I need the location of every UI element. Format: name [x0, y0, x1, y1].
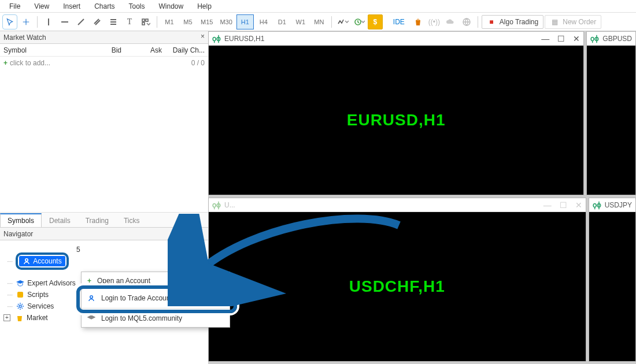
new-order-button[interactable]: ▦New Order: [545, 15, 601, 29]
equidistant-channel-icon[interactable]: [90, 14, 105, 29]
tf-h4[interactable]: H4: [255, 14, 272, 29]
horizontal-line-icon[interactable]: [57, 14, 72, 29]
toolbar-separator: [157, 16, 157, 28]
chart-canvas[interactable]: [589, 212, 635, 361]
minimize-icon[interactable]: —: [541, 34, 549, 43]
graduation-cap-icon: [87, 314, 95, 322]
menu-insert[interactable]: Insert: [56, 1, 87, 12]
tree-connector: ····: [7, 291, 12, 299]
nav-market-label: Market: [27, 314, 48, 322]
charts-bottom-row: ϙɸ U... — ☐ ✕ USDCHF,H1 ϙɸ USDJPY: [208, 198, 636, 362]
svg-point-5: [25, 259, 28, 261]
tree-connector: ····: [7, 257, 12, 265]
toolbar-separator: [37, 16, 38, 28]
trendline-icon[interactable]: [73, 14, 88, 29]
chart-canvas[interactable]: [587, 46, 635, 195]
algo-trading-button[interactable]: ■Algo Trading: [482, 15, 543, 29]
shopping-bag-icon[interactable]: [411, 14, 426, 29]
chart-symbol-label: EURUSD,H1: [347, 111, 446, 129]
tab-symbols[interactable]: Symbols: [0, 213, 42, 227]
chart-titlebar[interactable]: ϙɸ EURUSD,H1 — ☐ ✕: [209, 32, 583, 46]
market-watch-tabs: Symbols Details Trading Ticks: [0, 212, 208, 227]
nav-services-label: Services: [27, 302, 54, 310]
nav-accounts-label: Accounts: [33, 257, 61, 265]
crosshair-tool-icon[interactable]: [19, 14, 34, 29]
svg-rect-2: [142, 23, 145, 25]
navigator-title: Navigator: [3, 230, 33, 238]
signals-icon[interactable]: ((•)): [427, 14, 442, 29]
tf-mn[interactable]: MN: [310, 14, 328, 29]
chart-window-usdjpy[interactable]: ϙɸ USDJPY: [589, 198, 636, 362]
nav-accounts-row[interactable]: ···· Accounts: [2, 255, 206, 267]
close-icon[interactable]: ✕: [575, 200, 582, 210]
col-ask[interactable]: Ask: [121, 46, 162, 54]
globe-icon[interactable]: [459, 14, 474, 29]
stop-icon: ■: [487, 17, 496, 27]
chart-canvas[interactable]: USDCHF,H1: [209, 212, 586, 361]
ctx-shortcut: Insert: [206, 277, 224, 285]
shopping-bag-icon: [15, 313, 24, 322]
fibonacci-icon[interactable]: [106, 14, 121, 29]
col-bid[interactable]: Bid: [81, 46, 121, 54]
menu-tools[interactable]: Tools: [122, 1, 152, 12]
tf-d1[interactable]: D1: [273, 14, 291, 29]
toolbar-separator: [331, 16, 332, 28]
maximize-icon[interactable]: ☐: [560, 200, 567, 210]
trading-dollar-icon[interactable]: $: [368, 14, 383, 29]
tab-ticks[interactable]: Ticks: [116, 214, 147, 227]
chart-type-dropdown-icon[interactable]: [335, 14, 350, 29]
chart-titlebar[interactable]: ϙɸ U... — ☐ ✕: [209, 198, 586, 212]
ctx-login-mql5-label: Login to MQL5.community: [101, 314, 182, 322]
market-watch-add-row[interactable]: + click to add... 0 / 0: [0, 57, 208, 69]
close-icon[interactable]: ×: [201, 32, 205, 40]
ctx-login-trade-label: Login to Trade Account: [101, 294, 172, 302]
tab-trading[interactable]: Trading: [78, 214, 116, 227]
tf-m5[interactable]: M5: [179, 14, 197, 29]
svg-rect-0: [142, 19, 145, 21]
close-icon[interactable]: ✕: [573, 34, 580, 43]
person-icon: [23, 257, 31, 265]
menu-charts[interactable]: Charts: [87, 1, 121, 12]
chart-titlebar[interactable]: ϙɸ GBPUSD: [587, 32, 635, 46]
chart-window-gbpusd[interactable]: ϙɸ GBPUSD: [586, 31, 636, 195]
svg-rect-1: [146, 19, 148, 21]
chart-window-usdchf[interactable]: ϙɸ U... — ☐ ✕ USDCHF,H1: [208, 198, 586, 362]
tf-m30[interactable]: M30: [217, 14, 235, 29]
maximize-icon[interactable]: ☐: [557, 34, 565, 43]
text-label-icon[interactable]: T: [122, 14, 137, 29]
candlestick-icon: ϙɸ: [212, 201, 221, 209]
menu-separator: [82, 308, 230, 309]
ctx-login-mql5[interactable]: Login to MQL5.community: [82, 310, 230, 327]
chart-canvas[interactable]: EURUSD,H1: [209, 46, 583, 195]
chart-title-text: GBPUSD: [602, 35, 632, 43]
chart-title-text: EURUSD,H1: [224, 35, 264, 43]
ctx-open-account-label: Open an Account: [97, 277, 150, 285]
tf-m15[interactable]: M15: [198, 14, 216, 29]
cursor-tool-icon[interactable]: [2, 14, 17, 29]
tf-w1[interactable]: W1: [292, 14, 309, 29]
accounts-context-menu: + Open an Account Insert Login to Trade …: [81, 272, 230, 328]
col-symbol[interactable]: Symbol: [0, 46, 81, 54]
menu-help[interactable]: Help: [190, 1, 219, 12]
menubar: File View Insert Charts Tools Window Hel…: [0, 0, 636, 13]
minimize-icon[interactable]: —: [543, 200, 552, 210]
tab-details[interactable]: Details: [42, 214, 78, 227]
chart-titlebar[interactable]: ϙɸ USDJPY: [589, 198, 635, 212]
ctx-login-trade-account[interactable]: Login to Trade Account Enter: [82, 289, 230, 307]
cloud-icon[interactable]: [443, 14, 458, 29]
indicators-dropdown-icon[interactable]: [352, 14, 367, 29]
menu-view[interactable]: View: [27, 1, 56, 12]
tf-m1[interactable]: M1: [161, 14, 178, 29]
tf-h1[interactable]: H1: [236, 14, 254, 29]
col-daily-change[interactable]: Daily Ch...: [162, 46, 208, 54]
ctx-open-account[interactable]: + Open an Account Insert: [82, 272, 230, 289]
chart-window-eurusd[interactable]: ϙɸ EURUSD,H1 — ☐ ✕ EURUSD,H1: [208, 31, 584, 195]
menu-window[interactable]: Window: [152, 1, 191, 12]
objects-dropdown-icon[interactable]: [138, 14, 153, 29]
svg-rect-6: [17, 292, 23, 298]
ide-button[interactable]: IDE: [389, 15, 409, 29]
nav-expert-label: Expert Advisors: [27, 279, 75, 287]
vertical-line-icon[interactable]: [41, 14, 56, 29]
menu-file[interactable]: File: [2, 1, 27, 12]
expand-icon[interactable]: +: [3, 314, 10, 321]
